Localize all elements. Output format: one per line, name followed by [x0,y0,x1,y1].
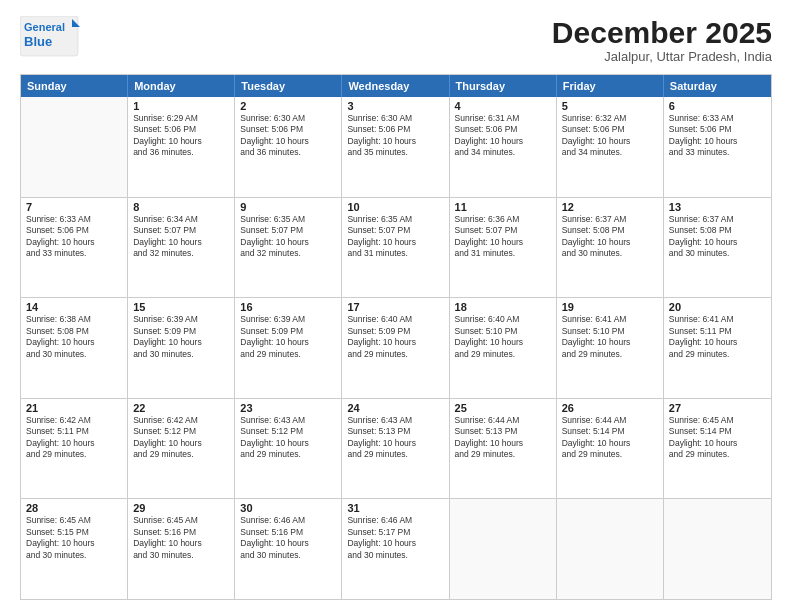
calendar-cell: 15Sunrise: 6:39 AMSunset: 5:09 PMDayligh… [128,298,235,398]
day-info: Sunrise: 6:37 AMSunset: 5:08 PMDaylight:… [669,214,766,260]
day-info: Sunrise: 6:39 AMSunset: 5:09 PMDaylight:… [240,314,336,360]
day-info: Sunrise: 6:43 AMSunset: 5:12 PMDaylight:… [240,415,336,461]
calendar-cell: 6Sunrise: 6:33 AMSunset: 5:06 PMDaylight… [664,97,771,197]
day-number: 15 [133,301,229,313]
day-number: 14 [26,301,122,313]
calendar-row: 28Sunrise: 6:45 AMSunset: 5:15 PMDayligh… [21,498,771,599]
day-number: 25 [455,402,551,414]
day-info: Sunrise: 6:39 AMSunset: 5:09 PMDaylight:… [133,314,229,360]
calendar-cell: 28Sunrise: 6:45 AMSunset: 5:15 PMDayligh… [21,499,128,599]
calendar-cell: 4Sunrise: 6:31 AMSunset: 5:06 PMDaylight… [450,97,557,197]
day-number: 30 [240,502,336,514]
header-thursday: Thursday [450,75,557,97]
day-info: Sunrise: 6:41 AMSunset: 5:11 PMDaylight:… [669,314,766,360]
day-info: Sunrise: 6:44 AMSunset: 5:13 PMDaylight:… [455,415,551,461]
logo-svg: General Blue [20,16,80,58]
svg-text:Blue: Blue [24,34,52,49]
day-info: Sunrise: 6:29 AMSunset: 5:06 PMDaylight:… [133,113,229,159]
calendar-cell: 5Sunrise: 6:32 AMSunset: 5:06 PMDaylight… [557,97,664,197]
day-info: Sunrise: 6:33 AMSunset: 5:06 PMDaylight:… [26,214,122,260]
calendar-cell: 11Sunrise: 6:36 AMSunset: 5:07 PMDayligh… [450,198,557,298]
day-number: 24 [347,402,443,414]
calendar-cell: 7Sunrise: 6:33 AMSunset: 5:06 PMDaylight… [21,198,128,298]
day-number: 5 [562,100,658,112]
calendar-cell: 26Sunrise: 6:44 AMSunset: 5:14 PMDayligh… [557,399,664,499]
calendar-cell: 16Sunrise: 6:39 AMSunset: 5:09 PMDayligh… [235,298,342,398]
calendar-cell: 19Sunrise: 6:41 AMSunset: 5:10 PMDayligh… [557,298,664,398]
day-info: Sunrise: 6:38 AMSunset: 5:08 PMDaylight:… [26,314,122,360]
calendar-cell: 20Sunrise: 6:41 AMSunset: 5:11 PMDayligh… [664,298,771,398]
day-info: Sunrise: 6:35 AMSunset: 5:07 PMDaylight:… [347,214,443,260]
day-number: 16 [240,301,336,313]
day-number: 12 [562,201,658,213]
day-info: Sunrise: 6:35 AMSunset: 5:07 PMDaylight:… [240,214,336,260]
calendar-cell: 14Sunrise: 6:38 AMSunset: 5:08 PMDayligh… [21,298,128,398]
day-info: Sunrise: 6:46 AMSunset: 5:17 PMDaylight:… [347,515,443,561]
calendar-cell [450,499,557,599]
calendar-row: 7Sunrise: 6:33 AMSunset: 5:06 PMDaylight… [21,197,771,298]
calendar-page: General Blue December 2025 Jalalpur, Utt… [0,0,792,612]
calendar-cell: 22Sunrise: 6:42 AMSunset: 5:12 PMDayligh… [128,399,235,499]
location: Jalalpur, Uttar Pradesh, India [552,49,772,64]
calendar-cell: 25Sunrise: 6:44 AMSunset: 5:13 PMDayligh… [450,399,557,499]
day-number: 3 [347,100,443,112]
day-info: Sunrise: 6:45 AMSunset: 5:14 PMDaylight:… [669,415,766,461]
day-number: 20 [669,301,766,313]
day-number: 21 [26,402,122,414]
day-number: 7 [26,201,122,213]
calendar-cell: 23Sunrise: 6:43 AMSunset: 5:12 PMDayligh… [235,399,342,499]
day-info: Sunrise: 6:46 AMSunset: 5:16 PMDaylight:… [240,515,336,561]
calendar-row: 1Sunrise: 6:29 AMSunset: 5:06 PMDaylight… [21,97,771,197]
calendar-cell: 31Sunrise: 6:46 AMSunset: 5:17 PMDayligh… [342,499,449,599]
day-number: 22 [133,402,229,414]
day-number: 1 [133,100,229,112]
day-info: Sunrise: 6:40 AMSunset: 5:10 PMDaylight:… [455,314,551,360]
day-number: 23 [240,402,336,414]
calendar-cell: 27Sunrise: 6:45 AMSunset: 5:14 PMDayligh… [664,399,771,499]
day-info: Sunrise: 6:30 AMSunset: 5:06 PMDaylight:… [347,113,443,159]
day-number: 13 [669,201,766,213]
calendar-row: 21Sunrise: 6:42 AMSunset: 5:11 PMDayligh… [21,398,771,499]
calendar-cell: 2Sunrise: 6:30 AMSunset: 5:06 PMDaylight… [235,97,342,197]
calendar-cell [664,499,771,599]
day-number: 10 [347,201,443,213]
day-number: 11 [455,201,551,213]
day-number: 4 [455,100,551,112]
day-number: 9 [240,201,336,213]
calendar-cell: 10Sunrise: 6:35 AMSunset: 5:07 PMDayligh… [342,198,449,298]
header-friday: Friday [557,75,664,97]
day-info: Sunrise: 6:37 AMSunset: 5:08 PMDaylight:… [562,214,658,260]
calendar-cell: 3Sunrise: 6:30 AMSunset: 5:06 PMDaylight… [342,97,449,197]
day-info: Sunrise: 6:45 AMSunset: 5:16 PMDaylight:… [133,515,229,561]
day-info: Sunrise: 6:43 AMSunset: 5:13 PMDaylight:… [347,415,443,461]
day-number: 31 [347,502,443,514]
day-info: Sunrise: 6:34 AMSunset: 5:07 PMDaylight:… [133,214,229,260]
calendar-cell: 12Sunrise: 6:37 AMSunset: 5:08 PMDayligh… [557,198,664,298]
day-number: 2 [240,100,336,112]
calendar-cell: 18Sunrise: 6:40 AMSunset: 5:10 PMDayligh… [450,298,557,398]
header: General Blue December 2025 Jalalpur, Utt… [20,16,772,64]
calendar: Sunday Monday Tuesday Wednesday Thursday… [20,74,772,600]
day-number: 27 [669,402,766,414]
calendar-cell: 1Sunrise: 6:29 AMSunset: 5:06 PMDaylight… [128,97,235,197]
calendar-cell: 17Sunrise: 6:40 AMSunset: 5:09 PMDayligh… [342,298,449,398]
day-info: Sunrise: 6:31 AMSunset: 5:06 PMDaylight:… [455,113,551,159]
calendar-cell [557,499,664,599]
calendar-cell: 30Sunrise: 6:46 AMSunset: 5:16 PMDayligh… [235,499,342,599]
calendar-cell: 9Sunrise: 6:35 AMSunset: 5:07 PMDaylight… [235,198,342,298]
day-info: Sunrise: 6:42 AMSunset: 5:12 PMDaylight:… [133,415,229,461]
header-monday: Monday [128,75,235,97]
day-number: 28 [26,502,122,514]
day-number: 18 [455,301,551,313]
day-number: 6 [669,100,766,112]
calendar-cell: 21Sunrise: 6:42 AMSunset: 5:11 PMDayligh… [21,399,128,499]
day-info: Sunrise: 6:30 AMSunset: 5:06 PMDaylight:… [240,113,336,159]
header-tuesday: Tuesday [235,75,342,97]
calendar-row: 14Sunrise: 6:38 AMSunset: 5:08 PMDayligh… [21,297,771,398]
calendar-body: 1Sunrise: 6:29 AMSunset: 5:06 PMDaylight… [21,97,771,599]
day-info: Sunrise: 6:42 AMSunset: 5:11 PMDaylight:… [26,415,122,461]
header-wednesday: Wednesday [342,75,449,97]
day-number: 26 [562,402,658,414]
day-number: 8 [133,201,229,213]
header-sunday: Sunday [21,75,128,97]
